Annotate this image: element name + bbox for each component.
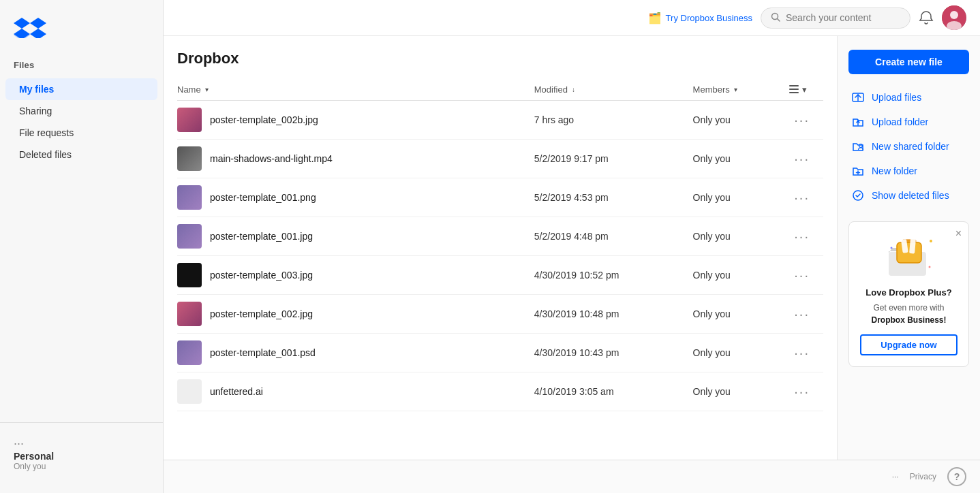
avatar[interactable] bbox=[942, 5, 966, 30]
file-members-cell: Only you bbox=[685, 256, 781, 295]
file-thumbnail bbox=[177, 263, 202, 287]
file-more-button[interactable]: ··· bbox=[788, 304, 815, 325]
content-area: Dropbox Name ▾ Modified bbox=[164, 36, 980, 460]
upload-folder-icon bbox=[851, 115, 865, 129]
list-view-dropdown-arrow: ▾ bbox=[802, 84, 807, 95]
svg-rect-5 bbox=[789, 85, 799, 86]
modified-sort-button[interactable]: Modified ↓ bbox=[534, 84, 575, 95]
file-members-cell: Only you bbox=[685, 140, 781, 178]
file-modified-cell: 4/30/2019 10:48 pm bbox=[526, 295, 685, 334]
sidebar-item-sharing[interactable]: Sharing bbox=[5, 100, 157, 122]
table-row[interactable]: unfettered.ai 4/10/2019 3:05 am Only you… bbox=[177, 372, 823, 411]
file-more-cell: ··· bbox=[780, 372, 823, 411]
show-deleted-action[interactable]: Show deleted files bbox=[848, 183, 969, 208]
svg-line-1 bbox=[778, 18, 780, 21]
table-row[interactable]: poster-template_001.jpg 5/2/2019 4:48 pm… bbox=[177, 217, 823, 256]
file-more-cell: ··· bbox=[780, 256, 823, 295]
search-input[interactable] bbox=[786, 12, 900, 23]
show-deleted-icon bbox=[851, 189, 865, 202]
sidebar-section-title: Files bbox=[0, 54, 163, 78]
file-name-text: unfettered.ai bbox=[210, 386, 263, 397]
create-new-file-button[interactable]: Create new file bbox=[848, 50, 969, 74]
table-row[interactable]: poster-template_002.jpg 4/30/2019 10:48 … bbox=[177, 295, 823, 334]
sidebar-item-my-files[interactable]: My files bbox=[5, 78, 157, 100]
col-list-view[interactable]: ▾ bbox=[780, 78, 823, 101]
file-name-text: main-shadows-and-light.mp4 bbox=[210, 153, 333, 164]
promo-close-button[interactable]: × bbox=[955, 227, 962, 240]
file-more-button[interactable]: ··· bbox=[788, 226, 815, 247]
sidebar-footer: ··· Personal Only you bbox=[0, 422, 163, 482]
file-modified-cell: 5/2/2019 9:17 pm bbox=[526, 140, 685, 178]
file-members-cell: Only you bbox=[685, 295, 781, 334]
file-thumbnail bbox=[177, 224, 202, 249]
topbar-right: 🗂️ Try Dropbox Business bbox=[648, 5, 966, 30]
members-filter-button[interactable]: Members ▾ bbox=[693, 84, 737, 95]
table-row[interactable]: poster-template_001.png 5/2/2019 4:53 pm… bbox=[177, 178, 823, 217]
sidebar: Files My files Sharing File requests Del… bbox=[0, 0, 164, 493]
file-name-text: poster-template_002.jpg bbox=[210, 308, 313, 319]
file-more-button[interactable]: ··· bbox=[788, 110, 815, 131]
file-name-cell: main-shadows-and-light.mp4 bbox=[177, 140, 526, 178]
modified-sort-arrow: ↓ bbox=[572, 86, 575, 93]
file-more-button[interactable]: ··· bbox=[788, 148, 815, 170]
svg-rect-7 bbox=[789, 92, 799, 93]
sidebar-item-deleted-files[interactable]: Deleted files bbox=[5, 144, 157, 165]
promo-title: Love Dropbox Plus? bbox=[860, 287, 958, 298]
table-row[interactable]: main-shadows-and-light.mp4 5/2/2019 9:17… bbox=[177, 140, 823, 178]
file-list-container: Dropbox Name ▾ Modified bbox=[164, 36, 837, 460]
new-shared-folder-action[interactable]: New shared folder bbox=[848, 134, 969, 159]
col-modified[interactable]: Modified ↓ bbox=[526, 78, 685, 101]
file-table: Name ▾ Modified ↓ Member bbox=[177, 78, 823, 411]
bottom-more-link[interactable]: ··· bbox=[892, 472, 899, 481]
file-table-body: poster-template_002b.jpg 7 hrs ago Only … bbox=[177, 101, 823, 411]
svg-point-3 bbox=[950, 11, 958, 19]
file-name-cell: poster-template_003.jpg bbox=[177, 256, 526, 295]
file-name-cell: poster-template_001.jpg bbox=[177, 217, 526, 256]
table-row[interactable]: poster-template_003.jpg 4/30/2019 10:52 … bbox=[177, 256, 823, 295]
col-name[interactable]: Name ▾ bbox=[177, 78, 526, 101]
file-modified-cell: 7 hrs ago bbox=[526, 101, 685, 140]
file-modified-cell: 5/2/2019 4:48 pm bbox=[526, 217, 685, 256]
svg-rect-6 bbox=[789, 89, 799, 90]
file-name-text: poster-template_001.png bbox=[210, 192, 316, 203]
page-title: Dropbox bbox=[177, 36, 823, 78]
file-more-cell: ··· bbox=[780, 178, 823, 217]
file-more-button[interactable]: ··· bbox=[788, 381, 815, 402]
file-more-cell: ··· bbox=[780, 334, 823, 372]
file-more-button[interactable]: ··· bbox=[788, 343, 815, 364]
file-name-text: poster-template_002b.jpg bbox=[210, 114, 318, 125]
promo-card: × bbox=[848, 221, 969, 367]
file-members-cell: Only you bbox=[685, 101, 781, 140]
file-modified-cell: 4/30/2019 10:52 pm bbox=[526, 256, 685, 295]
file-more-button[interactable]: ··· bbox=[788, 187, 815, 208]
upload-files-icon bbox=[851, 91, 865, 104]
search-bar[interactable] bbox=[761, 7, 910, 29]
sidebar-item-file-requests[interactable]: File requests bbox=[5, 122, 157, 144]
help-button[interactable]: ? bbox=[947, 467, 966, 486]
col-members[interactable]: Members ▾ bbox=[685, 78, 781, 101]
upload-files-action[interactable]: Upload files bbox=[848, 85, 969, 110]
table-row[interactable]: poster-template_001.psd 4/30/2019 10:43 … bbox=[177, 334, 823, 372]
table-row[interactable]: poster-template_002b.jpg 7 hrs ago Only … bbox=[177, 101, 823, 140]
privacy-link[interactable]: Privacy bbox=[910, 472, 936, 481]
new-folder-action[interactable]: New folder bbox=[848, 159, 969, 183]
bottom-bar: ··· Privacy ? bbox=[164, 460, 980, 493]
svg-point-21 bbox=[928, 266, 930, 268]
upload-folder-action[interactable]: Upload folder bbox=[848, 110, 969, 134]
file-name-cell: unfettered.ai bbox=[177, 372, 526, 411]
svg-point-19 bbox=[930, 240, 932, 242]
list-view-button[interactable]: ▾ bbox=[788, 84, 807, 95]
file-thumbnail bbox=[177, 146, 202, 171]
notification-button[interactable] bbox=[919, 10, 934, 25]
new-shared-folder-icon bbox=[851, 140, 865, 153]
table-header-row: Name ▾ Modified ↓ Member bbox=[177, 78, 823, 101]
promo-illustration bbox=[882, 233, 936, 281]
try-business-link[interactable]: 🗂️ Try Dropbox Business bbox=[648, 12, 752, 25]
sidebar-more-btn[interactable]: ··· bbox=[14, 436, 24, 451]
file-more-button[interactable]: ··· bbox=[788, 265, 815, 286]
file-name-text: poster-template_001.psd bbox=[210, 347, 316, 358]
dropbox-logo[interactable] bbox=[0, 11, 163, 54]
file-modified-cell: 4/30/2019 10:43 pm bbox=[526, 334, 685, 372]
name-sort-button[interactable]: Name ▾ bbox=[177, 84, 209, 95]
upgrade-now-button[interactable]: Upgrade now bbox=[860, 334, 958, 355]
